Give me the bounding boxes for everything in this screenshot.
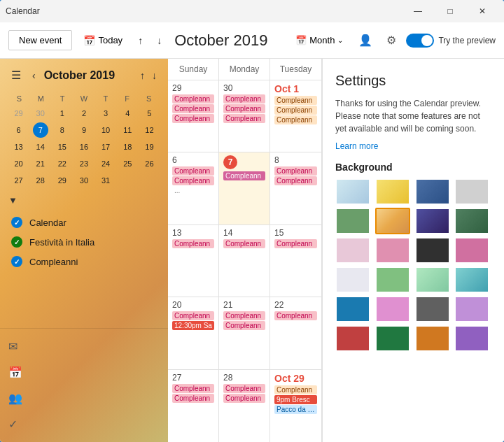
background-swatch-light-blue[interactable] [335, 178, 370, 205]
calendar-cell[interactable]: Oct 1CompleannCompleannCompleann [270, 80, 321, 152]
mini-day[interactable]: 11 [120, 122, 135, 138]
mini-day[interactable]: 19 [141, 139, 157, 155]
mini-day[interactable]: 4 [120, 106, 135, 121]
hamburger-button[interactable]: ☰ [8, 66, 24, 85]
event-item[interactable]: 12:30pm Sa [172, 321, 214, 330]
preview-toggle[interactable] [406, 34, 434, 48]
mini-day[interactable]: 3 [98, 106, 113, 121]
event-item[interactable]: Compleann [172, 94, 214, 104]
mini-day[interactable]: 25 [120, 156, 135, 171]
calendar-cell[interactable]: 13Compleann [168, 225, 219, 297]
event-item[interactable]: Compleann [223, 171, 265, 180]
calendar-cell[interactable]: 28CompleannCompleann [219, 370, 270, 442]
mail-nav-button[interactable]: ✉ [0, 334, 168, 359]
mini-day[interactable]: 16 [76, 139, 92, 155]
calendar-cell[interactable]: 22Compleann [270, 297, 321, 369]
event-item[interactable]: Compleann [274, 115, 317, 124]
calendar-cell[interactable]: 27CompleannCompleann [168, 370, 219, 442]
event-item[interactable]: Compleann [223, 394, 265, 403]
mini-day[interactable]: 18 [120, 139, 135, 155]
event-item[interactable]: Compleann [172, 394, 214, 403]
event-item[interactable]: Compleann [223, 94, 265, 104]
minimize-button[interactable]: — [402, 0, 434, 22]
mini-day[interactable]: 31 [98, 173, 113, 188]
mini-day[interactable]: 12 [141, 122, 157, 138]
calendar-cell[interactable]: 30CompleannCompleannCompleann [219, 80, 270, 152]
calendar-list-item[interactable]: ✓Compleanni [0, 252, 168, 271]
expand-collapse-button[interactable]: ▼ [0, 191, 168, 210]
background-swatch-forest[interactable] [375, 325, 410, 352]
mini-day[interactable]: 22 [55, 156, 70, 171]
event-item[interactable]: Compleann [223, 104, 265, 113]
tasks-nav-button[interactable]: ✓ [0, 412, 168, 436]
mini-day[interactable]: 13 [11, 139, 27, 155]
sidebar-down-arrow[interactable]: ↓ [149, 69, 160, 83]
today-button[interactable]: 📅 Today [78, 32, 128, 49]
mini-day[interactable]: 5 [141, 106, 157, 121]
background-swatch-teal[interactable] [454, 266, 489, 293]
event-item[interactable]: Compleann [172, 239, 214, 248]
event-item[interactable]: Compleann [223, 239, 265, 248]
prev-button[interactable]: ↑ [134, 32, 147, 49]
mini-day[interactable]: 27 [11, 173, 27, 188]
mini-day[interactable]: 1 [55, 106, 70, 121]
event-item[interactable]: Compleann [274, 239, 317, 248]
background-swatch-lavender[interactable] [375, 296, 410, 322]
calendar-list-item[interactable]: ✓Calendar [0, 213, 168, 232]
background-swatch-orange-selected[interactable] [375, 208, 410, 234]
event-item[interactable]: 9pm Bresc [274, 395, 317, 404]
calendar-cell[interactable]: 29CompleannCompleannCompleann [168, 80, 219, 152]
event-item[interactable]: Compleann [172, 166, 214, 176]
background-swatch-gray2[interactable] [415, 296, 450, 322]
sidebar-prev-button[interactable]: ‹ [29, 69, 38, 83]
event-item[interactable]: Compleann [274, 311, 317, 320]
background-swatch-lilac[interactable] [454, 296, 489, 322]
event-item[interactable]: Compleann [274, 96, 317, 105]
event-item[interactable]: Compleann [223, 114, 265, 123]
background-swatch-dark[interactable] [415, 237, 450, 264]
calendar-cell[interactable]: 20Compleann12:30pm Sa [168, 297, 219, 369]
event-item[interactable]: Compleann [172, 114, 214, 123]
calendar-list-item[interactable]: ✓Festività in Italia [0, 232, 168, 252]
event-item[interactable]: Compleann [172, 176, 214, 185]
background-swatch-blue2[interactable] [335, 296, 370, 322]
event-item[interactable]: Compleann [274, 106, 317, 115]
background-swatch-red[interactable] [335, 325, 370, 352]
event-item[interactable]: Compleann [223, 311, 265, 320]
mini-day[interactable]: 17 [98, 139, 113, 155]
background-swatch-off-white[interactable] [335, 266, 370, 293]
calendar-cell[interactable]: 8CompleannCompleann [270, 152, 321, 224]
background-swatch-blue[interactable] [415, 178, 450, 205]
close-button[interactable]: ✕ [466, 0, 498, 22]
event-item[interactable]: Compleann [274, 166, 317, 176]
maximize-button[interactable]: □ [434, 0, 466, 22]
event-item[interactable]: Pacco da eB [274, 405, 317, 414]
event-item[interactable]: Compleann [274, 385, 317, 394]
new-event-button[interactable]: New event [8, 30, 72, 50]
event-item[interactable]: Compleann [274, 176, 317, 185]
event-item[interactable]: ... [172, 186, 214, 195]
mini-day[interactable]: 15 [55, 139, 70, 155]
mini-day[interactable]: 30 [76, 173, 92, 188]
mini-day[interactable]: 9 [76, 122, 92, 138]
background-swatch-pink-light[interactable] [335, 237, 370, 264]
mini-day[interactable]: 24 [98, 156, 113, 171]
mini-day[interactable]: 14 [33, 139, 48, 155]
mini-day[interactable]: 7 [33, 122, 48, 138]
mini-day[interactable]: 30 [33, 106, 48, 121]
background-swatch-gray[interactable] [454, 178, 489, 205]
background-swatch-yellow[interactable] [375, 178, 410, 205]
sidebar-up-arrow[interactable]: ↑ [137, 69, 148, 83]
background-swatch-dark-green[interactable] [454, 208, 489, 234]
settings-icon-button[interactable]: ⚙ [382, 31, 400, 50]
mini-day[interactable]: 26 [141, 156, 157, 171]
calendar-cell[interactable]: 21CompleannCompleann [219, 297, 270, 369]
calendar-cell[interactable]: 14Compleann [219, 225, 270, 297]
learn-more-link[interactable]: Learn more [335, 141, 378, 151]
next-button[interactable]: ↓ [153, 32, 166, 49]
background-swatch-pink[interactable] [375, 237, 410, 264]
event-item[interactable]: Compleann [223, 321, 265, 330]
event-item[interactable]: Compleann [223, 384, 265, 393]
mini-day[interactable]: 29 [11, 106, 27, 121]
mini-day[interactable]: 6 [11, 122, 27, 138]
